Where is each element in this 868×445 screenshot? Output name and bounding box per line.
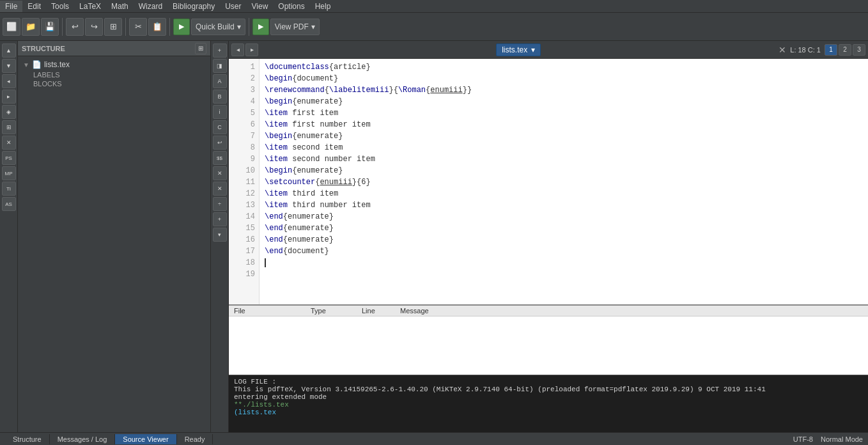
file-icon: 📄 xyxy=(32,60,42,69)
editor-tab-bar: ◂ ▸ lists.tex ▾ ✕ L: 18 C: 1 xyxy=(229,41,868,59)
log-line2: entering extended mode xyxy=(234,393,863,401)
editor-column: ◂ ▸ lists.tex ▾ ✕ L: 18 C: 1 xyxy=(229,41,868,432)
undo-button[interactable]: ↩ xyxy=(66,18,84,36)
menu-options[interactable]: Options xyxy=(273,1,309,12)
copy-doc-button[interactable]: ⊞ xyxy=(104,18,122,36)
structure-content: ▼ 📄 lists.tex LABELS BLOCKS xyxy=(18,56,210,432)
col-type: Type xyxy=(311,307,362,315)
status-right: UTF-8 Normal Mode xyxy=(793,435,863,443)
bottom-split: File Type Line Message xyxy=(229,306,868,375)
line-numbers: 12345 678910 1112131415 16171819 xyxy=(229,59,260,304)
menu-help[interactable]: Help xyxy=(310,1,336,12)
tab-prev-button[interactable]: ◂ xyxy=(231,43,244,56)
active-tab[interactable]: lists.tex ▾ xyxy=(496,43,541,56)
sidebar-icon-7[interactable]: ✕ xyxy=(2,136,16,150)
tree-item-file[interactable]: ▼ 📄 lists.tex xyxy=(20,59,208,70)
encoding-label: UTF-8 xyxy=(793,435,813,443)
view-mode-2[interactable]: 2 xyxy=(839,44,851,56)
menu-file[interactable]: File xyxy=(0,1,22,12)
structure-header: STRUCTURE ⊞ xyxy=(18,41,210,56)
status-tab-structure[interactable]: Structure xyxy=(5,434,50,444)
view-pdf-dropdown[interactable]: View PDF ▾ xyxy=(270,19,320,35)
rtool-x2[interactable]: ✕ xyxy=(213,182,227,196)
sidebar-icon-mp[interactable]: MP xyxy=(2,166,16,180)
menu-math[interactable]: Math xyxy=(106,1,134,12)
log-line1: This is pdfTeX, Version 3.14159265-2.6-1… xyxy=(234,386,863,393)
rtool-dollar[interactable]: $$ xyxy=(213,151,227,165)
sidebar-icon-6[interactable]: ⊞ xyxy=(2,120,16,134)
rtool-chevron-down[interactable]: ▾ xyxy=(213,228,227,242)
rtool-ref[interactable]: ◨ xyxy=(213,59,227,73)
rtool-undo[interactable]: ↩ xyxy=(213,136,227,150)
col-message: Message xyxy=(400,307,863,315)
code-editor[interactable]: 12345 678910 1112131415 16171819 \docume… xyxy=(229,59,868,304)
log-label: LOG FILE : xyxy=(234,378,863,386)
new-button[interactable]: ⬜ xyxy=(3,18,20,36)
tab-filename: lists.tex xyxy=(502,45,527,54)
status-tab-messages[interactable]: Messages / Log xyxy=(50,434,116,444)
menu-user[interactable]: User xyxy=(220,1,246,12)
toolbar: ⬜ 📁 💾 ↩ ↪ ⊞ ✂ 📋 ▶ Quick Build ▾ ▶ View P… xyxy=(0,13,868,41)
menu-bibliography[interactable]: Bibliography xyxy=(167,1,220,12)
rtool-div[interactable]: ÷ xyxy=(213,197,227,211)
status-bar: Structure Messages / Log Source Viewer R… xyxy=(0,432,868,445)
editor-with-bottom: ◂ ▸ lists.tex ▾ ✕ L: 18 C: 1 xyxy=(229,41,868,432)
code-content[interactable]: \documentclass{article} \begin{document}… xyxy=(260,59,868,304)
menu-wizard[interactable]: Wizard xyxy=(134,1,167,12)
view-play-button[interactable]: ▶ xyxy=(252,19,269,35)
rtool-add[interactable]: + xyxy=(213,43,227,58)
right-tools-panel: + ◨ A B i C ↩ $$ ✕ ✕ ÷ + ▾ xyxy=(211,41,229,432)
structure-options-button[interactable]: ⊞ xyxy=(195,43,206,54)
mode-label: Normal Mode xyxy=(821,435,863,443)
separator-1 xyxy=(62,18,63,36)
sidebar-icon-3[interactable]: ◂ xyxy=(2,74,16,88)
sidebar-icon-2[interactable]: ▼ xyxy=(2,59,16,73)
paste-button[interactable]: 📋 xyxy=(148,18,166,36)
sidebar-icon-as[interactable]: AS xyxy=(2,197,16,211)
menu-tools[interactable]: Tools xyxy=(46,1,74,12)
cut-button[interactable]: ✂ xyxy=(129,18,147,36)
status-tab-ready: Ready xyxy=(177,434,213,444)
view-mode-3[interactable]: 3 xyxy=(853,44,865,56)
status-tab-source[interactable]: Source Viewer xyxy=(115,434,176,444)
structure-panel: STRUCTURE ⊞ ▼ 📄 lists.tex LABELS BLOCKS xyxy=(18,41,211,432)
rtool-a[interactable]: A xyxy=(213,74,227,88)
redo-button[interactable]: ↪ xyxy=(85,18,103,36)
rtool-i[interactable]: i xyxy=(213,105,227,119)
sidebar-icon-1[interactable]: ▲ xyxy=(2,43,16,58)
status-tabs: Structure Messages / Log Source Viewer R… xyxy=(5,434,213,444)
line-col-display: L: 18 C: 1 xyxy=(790,46,821,54)
rtool-x1[interactable]: ✕ xyxy=(213,166,227,180)
separator-2 xyxy=(125,18,126,36)
structure-title: STRUCTURE xyxy=(22,45,65,52)
tree-labels[interactable]: LABELS xyxy=(31,70,208,79)
sidebar-icon-ps[interactable]: PS xyxy=(2,151,16,165)
rtool-plus2[interactable]: + xyxy=(213,212,227,226)
build-play-button[interactable]: ▶ xyxy=(173,19,190,35)
col-file: File xyxy=(234,307,311,315)
menu-edit[interactable]: Edit xyxy=(22,1,46,12)
rtool-b[interactable]: B xyxy=(213,90,227,104)
separator-4 xyxy=(249,18,249,36)
open-button[interactable]: 📁 xyxy=(22,18,40,36)
save-button[interactable]: 💾 xyxy=(41,18,59,36)
sidebar-icon-4[interactable]: ▸ xyxy=(2,90,16,104)
quick-build-label: Quick Build xyxy=(196,22,235,31)
separator-3 xyxy=(169,18,170,36)
view-mode-1[interactable]: 1 xyxy=(825,44,837,56)
sidebar-icon-ti[interactable]: TI xyxy=(2,182,16,196)
tab-right: ✕ L: 18 C: 1 1 2 3 xyxy=(779,44,865,56)
sidebar-icon-5[interactable]: ◈ xyxy=(2,105,16,119)
center-layout: ▲ ▼ ◂ ▸ ◈ ⊞ ✕ PS MP TI AS STRUCTURE ⊞ ▼ … xyxy=(0,41,868,432)
tree-expand-icon: ▼ xyxy=(23,61,29,68)
tab-close-button[interactable]: ✕ xyxy=(779,45,786,55)
tab-next-button[interactable]: ▸ xyxy=(245,43,258,56)
menu-latex[interactable]: LaTeX xyxy=(74,1,106,12)
tree-file-name: lists.tex xyxy=(44,60,70,69)
menu-view[interactable]: View xyxy=(247,1,274,12)
tree-blocks[interactable]: BLOCKS xyxy=(31,79,208,88)
full-bottom: File Type Line Message LOG FILE : This i… xyxy=(229,304,868,432)
log-area: LOG FILE : This is pdfTeX, Version 3.141… xyxy=(229,375,868,432)
quick-build-dropdown[interactable]: Quick Build ▾ xyxy=(191,19,245,35)
rtool-c[interactable]: C xyxy=(213,120,227,134)
